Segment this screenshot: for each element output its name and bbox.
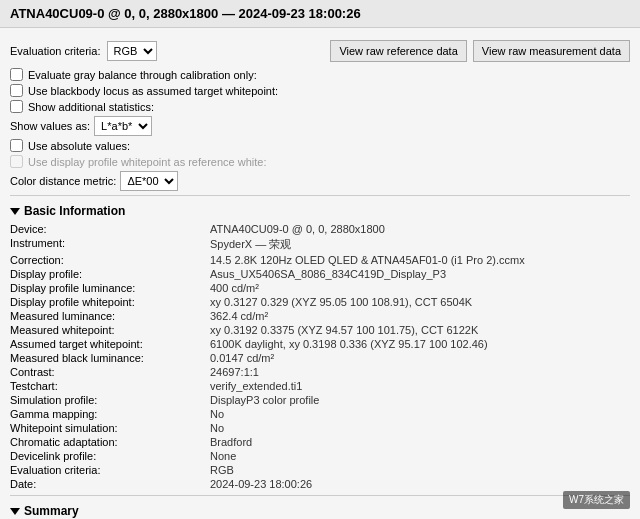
info-value: SpyderX — 荣观 <box>210 236 630 253</box>
absolute-values-label: Use absolute values: <box>28 140 130 152</box>
info-label: Device: <box>10 222 210 236</box>
color-distance-select[interactable]: ΔE*00 <box>120 171 178 191</box>
info-value: Asus_UX5406SA_8086_834C419D_Display_P3 <box>210 267 630 281</box>
info-row: Display profile luminance:400 cd/m² <box>10 281 630 295</box>
info-value: 0.0147 cd/m² <box>210 351 630 365</box>
info-row: Assumed target whitepoint:6100K daylight… <box>10 337 630 351</box>
info-label: Instrument: <box>10 236 210 253</box>
info-value: No <box>210 407 630 421</box>
display-profile-whitept-label: Use display profile whitepoint as refere… <box>28 156 266 168</box>
info-row: Measured black luminance:0.0147 cd/m² <box>10 351 630 365</box>
info-label: Assumed target whitepoint: <box>10 337 210 351</box>
additional-stats-row: Show additional statistics: <box>10 100 630 113</box>
title-bar: ATNA40CU09-0 @ 0, 0, 2880x1800 — 2024-09… <box>0 0 640 28</box>
basic-info-triangle-icon <box>10 208 20 215</box>
additional-stats-label: Show additional statistics: <box>28 101 154 113</box>
info-label: Devicelink profile: <box>10 449 210 463</box>
info-value: ATNA40CU09-0 @ 0, 0, 2880x1800 <box>210 222 630 236</box>
info-label: Gamma mapping: <box>10 407 210 421</box>
basic-info-title: Basic Information <box>24 204 125 218</box>
summary-title: Summary <box>24 504 79 518</box>
evaluation-select[interactable]: RGB <box>107 41 157 61</box>
info-row: Device:ATNA40CU09-0 @ 0, 0, 2880x1800 <box>10 222 630 236</box>
info-value: No <box>210 421 630 435</box>
show-values-select[interactable]: L*a*b* <box>94 116 152 136</box>
info-value: verify_extended.ti1 <box>210 379 630 393</box>
display-profile-whitept-checkbox[interactable] <box>10 155 23 168</box>
info-row: Display profile:Asus_UX5406SA_8086_834C4… <box>10 267 630 281</box>
info-row: Testchart:verify_extended.ti1 <box>10 379 630 393</box>
info-label: Display profile whitepoint: <box>10 295 210 309</box>
additional-stats-checkbox[interactable] <box>10 100 23 113</box>
info-row: Chromatic adaptation:Bradford <box>10 435 630 449</box>
info-row: Evaluation criteria:RGB <box>10 463 630 477</box>
info-row: Gamma mapping:No <box>10 407 630 421</box>
gray-balance-row: Evaluate gray balance through calibratio… <box>10 68 630 81</box>
info-value: 362.4 cd/m² <box>210 309 630 323</box>
top-buttons-row: Evaluation criteria: RGB View raw refere… <box>10 40 630 62</box>
window-title: ATNA40CU09-0 @ 0, 0, 2880x1800 — 2024-09… <box>10 6 361 21</box>
info-value: 24697:1:1 <box>210 365 630 379</box>
info-row: Measured luminance:362.4 cd/m² <box>10 309 630 323</box>
info-value: 6100K daylight, xy 0.3198 0.336 (XYZ 95.… <box>210 337 630 351</box>
info-value: xy 0.3127 0.329 (XYZ 95.05 100 108.91), … <box>210 295 630 309</box>
info-row: Measured whitepoint:xy 0.3192 0.3375 (XY… <box>10 323 630 337</box>
info-value: xy 0.3192 0.3375 (XYZ 94.57 100 101.75),… <box>210 323 630 337</box>
info-row: Instrument:SpyderX — 荣观 <box>10 236 630 253</box>
basic-info-header: Basic Information <box>10 204 630 218</box>
info-label: Chromatic adaptation: <box>10 435 210 449</box>
show-values-row: Show values as: L*a*b* <box>10 116 630 136</box>
info-row: Simulation profile:DisplayP3 color profi… <box>10 393 630 407</box>
info-label: Whitepoint simulation: <box>10 421 210 435</box>
summary-header: Summary <box>10 504 630 518</box>
absolute-values-checkbox[interactable] <box>10 139 23 152</box>
info-label: Correction: <box>10 253 210 267</box>
info-label: Display profile luminance: <box>10 281 210 295</box>
blackbody-checkbox[interactable] <box>10 84 23 97</box>
view-raw-meas-button[interactable]: View raw measurement data <box>473 40 630 62</box>
view-raw-ref-button[interactable]: View raw reference data <box>330 40 466 62</box>
color-distance-row: Color distance metric: ΔE*00 <box>10 171 630 191</box>
info-label: Measured luminance: <box>10 309 210 323</box>
info-label: Measured black luminance: <box>10 351 210 365</box>
info-label: Contrast: <box>10 365 210 379</box>
info-row: Contrast:24697:1:1 <box>10 365 630 379</box>
divider2 <box>10 495 630 496</box>
info-row: Correction:14.5 2.8K 120Hz OLED QLED & A… <box>10 253 630 267</box>
info-value: None <box>210 449 630 463</box>
info-label: Evaluation criteria: <box>10 463 210 477</box>
color-distance-label: Color distance metric: <box>10 175 116 187</box>
info-label: Date: <box>10 477 210 491</box>
info-value: DisplayP3 color profile <box>210 393 630 407</box>
absolute-values-row: Use absolute values: <box>10 139 630 152</box>
summary-triangle-icon <box>10 508 20 515</box>
info-value: 2024-09-23 18:00:26 <box>210 477 630 491</box>
gray-balance-label: Evaluate gray balance through calibratio… <box>28 69 257 81</box>
info-label: Testchart: <box>10 379 210 393</box>
info-label: Measured whitepoint: <box>10 323 210 337</box>
info-row: Display profile whitepoint:xy 0.3127 0.3… <box>10 295 630 309</box>
info-value: RGB <box>210 463 630 477</box>
info-row: Devicelink profile:None <box>10 449 630 463</box>
blackbody-row: Use blackbody locus as assumed target wh… <box>10 84 630 97</box>
gray-balance-checkbox[interactable] <box>10 68 23 81</box>
watermark: W7系统之家 <box>563 491 630 509</box>
info-label: Display profile: <box>10 267 210 281</box>
info-row: Date:2024-09-23 18:00:26 <box>10 477 630 491</box>
info-value: Bradford <box>210 435 630 449</box>
display-profile-whitept-row: Use display profile whitepoint as refere… <box>10 155 630 168</box>
info-value: 400 cd/m² <box>210 281 630 295</box>
basic-info-table: Device:ATNA40CU09-0 @ 0, 0, 2880x1800Ins… <box>10 222 630 491</box>
blackbody-label: Use blackbody locus as assumed target wh… <box>28 85 278 97</box>
evaluation-label: Evaluation criteria: <box>10 45 101 57</box>
show-values-label: Show values as: <box>10 120 90 132</box>
info-row: Whitepoint simulation:No <box>10 421 630 435</box>
info-label: Simulation profile: <box>10 393 210 407</box>
main-content: Evaluation criteria: RGB View raw refere… <box>0 28 640 519</box>
info-value: 14.5 2.8K 120Hz OLED QLED & ATNA45AF01-0… <box>210 253 630 267</box>
divider1 <box>10 195 630 196</box>
